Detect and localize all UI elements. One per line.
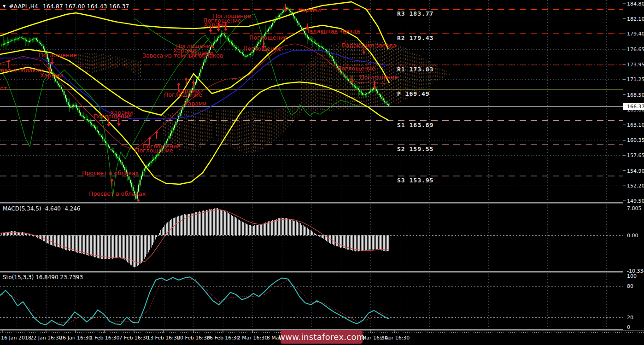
price-axis-label: 149.50	[627, 198, 644, 204]
symbol-label: #AAPL,H4	[9, 3, 38, 10]
sto-axis-label: 20	[627, 315, 633, 321]
pattern-label: Просвет в облаках	[0, 67, 43, 74]
macd-axis-label: 7.805	[627, 205, 642, 211]
pattern-label: Поглощение	[249, 34, 287, 41]
pattern-label: Падающая звезда	[341, 42, 396, 49]
watermark: www.instaforex.com	[281, 330, 363, 344]
time-axis-label: 2 Mar 16:30	[237, 335, 268, 341]
time-axis-label: 16 Jan 2018	[1, 335, 31, 341]
price-axis-label: 160.35	[627, 137, 644, 143]
pattern-label: Поглощение	[164, 91, 202, 98]
pattern-label: Харами	[40, 72, 63, 79]
price-axis-label: 173.95	[627, 62, 644, 68]
time-axis-label: 1 Feb 16:30	[89, 335, 119, 341]
time-axis-label: 22 Jan 16:30	[30, 335, 62, 341]
price-axis-label: 157.65	[627, 152, 644, 158]
pattern-label: Просвет в облаках	[82, 170, 139, 176]
pattern-label: Поглощение	[360, 74, 398, 81]
pattern-label: Харами	[184, 100, 206, 107]
macd-axis-label: 0.00	[627, 233, 638, 239]
symbol-marker-icon: ▼	[3, 4, 6, 8]
pattern-label: Поглощение	[135, 147, 173, 154]
ohlc-values: 164.87 167.00 164.43 166.37	[43, 3, 129, 10]
pivot-label-r3: R3 183.77	[397, 10, 433, 17]
price-axis-label: 179.40	[627, 31, 644, 37]
chart-title: ▼#AAPL,H4164.87 167.00 164.43 166.37	[3, 3, 129, 10]
time-axis-label: 7 Feb 16:30	[119, 335, 149, 341]
macd-label: MACD(5,34,5) -4.640 -4.246	[3, 205, 81, 212]
pattern-label: Поглощение	[94, 113, 132, 120]
current-price-value: 166.37	[627, 104, 644, 110]
pivot-label-r2: R2 179.43	[397, 35, 433, 41]
sto-axis-label: 100	[627, 273, 637, 279]
time-axis-label: 26 Jan 16:30	[59, 335, 92, 341]
price-axis-label: 171.25	[627, 76, 644, 82]
price-axis-label: 154.90	[627, 168, 644, 174]
pattern-label: Просвет в облаках	[89, 190, 146, 197]
pattern-label: Харами	[298, 6, 321, 13]
sto-axis-label: 80	[627, 283, 633, 289]
sto-axis-label: 0	[627, 324, 630, 330]
time-axis-label: 13 Feb 16:30	[147, 335, 180, 341]
pivot-label-s3: S3 153.95	[397, 177, 433, 184]
price-axis-label: 182.10	[627, 16, 644, 22]
trading-chart-window: ХарамиПоглощениеПоглощениеХарамиПадающая…	[0, 0, 644, 345]
pattern-label: Поглощение	[337, 65, 375, 72]
pattern-label: Падающая звезда	[305, 28, 360, 35]
pattern-label: Харами	[204, 21, 227, 28]
price-axis-label: 184.80	[627, 1, 644, 7]
chart-canvas[interactable]: ХарамиПоглощениеПоглощениеХарамиПадающая…	[0, 0, 644, 345]
price-axis[interactable]: 184.80182.10179.40176.65173.95171.25168.…	[623, 0, 644, 330]
pattern-label: Поглощение	[243, 45, 281, 52]
pattern-label: от	[0, 85, 7, 92]
pivot-label-s2: S2 159.55	[397, 146, 433, 152]
price-axis-label: 176.65	[627, 47, 644, 53]
pivot-label-s1: S1 163.89	[397, 122, 433, 129]
pattern-label: Завеса из темных облаков	[142, 52, 223, 59]
pattern-label: Поглощение	[39, 52, 77, 58]
time-axis-label: 2 Apr 16:30	[380, 335, 410, 341]
time-axis-label: 20 Feb 16:30	[177, 335, 210, 341]
price-axis-label: 152.20	[627, 183, 644, 189]
pivot-label-r1: R1 173.83	[397, 66, 433, 73]
price-axis-label: 168.50	[627, 92, 644, 98]
pivot-label-p: P 169.49	[397, 90, 430, 97]
price-axis-label: 163.10	[627, 122, 644, 128]
time-axis-label: 26 Feb 16:30	[206, 335, 240, 341]
sto-label: Sto(15,3,3) 16.8490 23.7393	[3, 274, 83, 281]
